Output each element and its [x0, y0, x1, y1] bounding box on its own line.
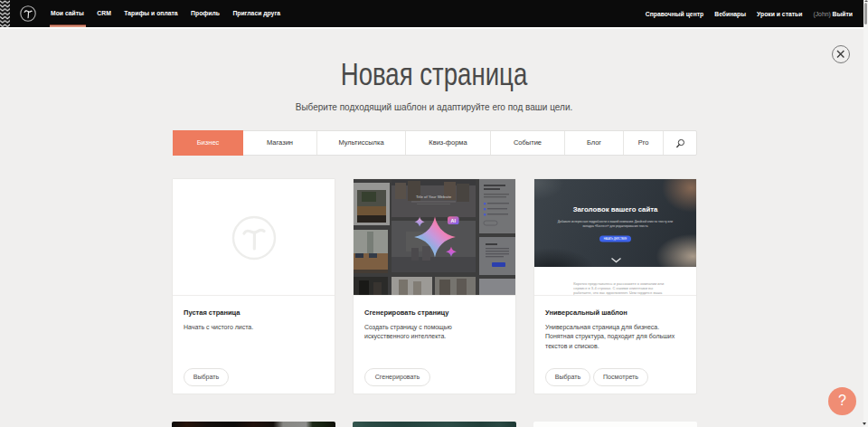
svg-text:вкладка «Контент» для редактир: вкладка «Контент» для редактирования тек…: [582, 224, 647, 228]
svg-text:Заголовок вашего сайта: Заголовок вашего сайта: [573, 205, 658, 214]
svg-text:компания, какие у нее ценности: компания, какие у нее ценности и устремл…: [573, 295, 654, 296]
svg-text:AI: AI: [451, 218, 457, 223]
svg-text:НАЧАТЬ ДЕЙСТВИЕ: НАЧАТЬ ДЕЙСТВИЕ: [604, 237, 627, 241]
svg-text:Title of Your Website: Title of Your Website: [416, 195, 452, 199]
svg-text:Добавьте интересные подробност: Добавьте интересные подробности о вашей …: [558, 220, 674, 223]
